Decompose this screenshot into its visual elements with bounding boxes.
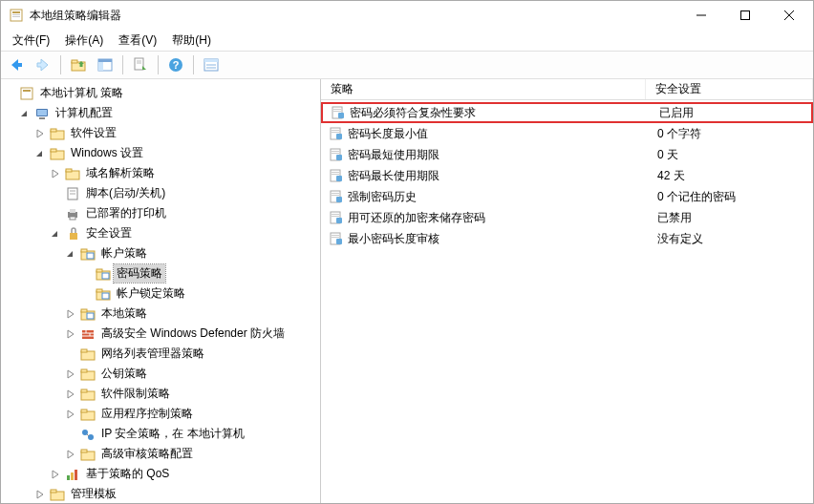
policy-item-icon [329,126,344,141]
svg-rect-28 [51,129,56,132]
tree-windows-settings[interactable]: Windows 设置 [1,143,320,163]
policy-value: 已禁用 [657,210,813,226]
tree-audit-config[interactable]: 高级审核策略配置 [1,444,320,464]
expander-closed[interactable] [64,307,77,321]
policy-name: 密码长度最小值 [348,126,657,142]
svg-rect-88 [332,172,339,173]
tree-security-settings[interactable]: 安全设置 [1,223,320,243]
tree-lockout-policy[interactable]: 帐户锁定策略 [1,284,320,304]
policy-row[interactable]: 最小密码长度审核没有定义 [321,228,813,249]
titlebar: 本地组策略编辑器 [1,1,813,30]
tree-qos[interactable]: 基于策略的 QoS [1,464,320,484]
up-button[interactable] [67,53,90,76]
expander-closed[interactable] [64,368,77,381]
menu-help[interactable]: 帮助(H) [164,31,219,51]
expander-closed[interactable] [64,388,77,401]
column-policy[interactable]: 策略 [321,79,646,99]
script-icon [65,186,80,201]
svg-rect-89 [332,174,339,175]
tree-label: 高级审核策略配置 [98,445,196,463]
maximize-button[interactable] [723,1,767,30]
export-list-button[interactable] [129,53,152,76]
tree-label: 高级安全 Windows Defender 防火墙 [98,325,288,343]
tree-label: 计算机配置 [53,104,116,122]
svg-rect-13 [135,58,143,70]
expander-open[interactable] [33,147,47,160]
policy-row[interactable]: 密码最长使用期限42 天 [321,165,813,186]
policy-row[interactable]: 用可还原的加密来储存密码已禁用 [321,207,813,228]
tree-public-key[interactable]: 公钥策略 [1,364,320,384]
back-button[interactable] [5,53,28,76]
tree-root[interactable]: 本地计算机 策略 [1,83,320,103]
filter-button[interactable] [200,53,223,76]
printer-icon [65,206,80,221]
svg-rect-100 [332,235,339,236]
svg-rect-60 [81,369,87,372]
folder-icon [50,487,65,502]
svg-rect-85 [332,153,339,154]
expander-closed[interactable] [33,488,47,501]
menu-action[interactable]: 操作(A) [57,31,111,51]
svg-rect-86 [336,155,342,160]
svg-rect-38 [70,217,75,220]
tree-local-policies[interactable]: 本地策略 [1,304,320,324]
svg-rect-71 [71,472,74,480]
tree-app-control[interactable]: 应用程序控制策略 [1,404,320,424]
expander-closed[interactable] [64,408,77,421]
svg-rect-102 [336,239,342,244]
tree-defender-firewall[interactable]: 高级安全 Windows Defender 防火墙 [1,324,320,344]
expander-closed[interactable] [64,327,77,341]
show-hide-tree-button[interactable] [94,53,117,76]
policy-name: 最小密码长度审核 [348,231,657,247]
policy-name: 密码最短使用期限 [348,147,657,163]
svg-rect-76 [333,109,341,110]
svg-rect-41 [81,249,87,252]
expander-open[interactable] [64,247,77,261]
expander-closed[interactable] [49,167,62,180]
policy-value: 0 天 [657,147,813,163]
tree-password-policy[interactable]: 密码策略 [1,263,320,284]
policy-row[interactable]: 强制密码历史0 个记住的密码 [321,186,813,207]
tree-label: 本地策略 [98,304,150,323]
menu-view[interactable]: 查看(V) [111,31,164,51]
minimize-button[interactable] [679,1,723,30]
policy-row[interactable]: 密码最短使用期限0 天 [321,144,813,165]
tree-ip-security[interactable]: IP 安全策略，在 本地计算机 [1,424,320,444]
expander-closed[interactable] [49,468,62,481]
policy-row[interactable]: 密码必须符合复杂性要求已启用 [321,102,813,123]
tree-label: 密码策略 [114,264,165,283]
expander-open[interactable] [18,107,32,120]
tree-admin-templates[interactable]: 管理模板 [1,484,320,503]
tree-software-settings[interactable]: 软件设置 [1,123,320,143]
tree-dns-policy[interactable]: 域名解析策略 [1,163,320,183]
policy-item-icon [329,189,344,204]
svg-rect-98 [336,218,342,223]
menubar: 文件(F) 操作(A) 查看(V) 帮助(H) [1,30,813,51]
tree-software-restriction[interactable]: 软件限制策略 [1,384,320,404]
tree-printers[interactable]: 已部署的打印机 [1,203,320,223]
expander-closed[interactable] [64,448,77,461]
expander-closed[interactable] [33,127,47,140]
close-button[interactable] [767,1,811,30]
help-button[interactable]: ? [164,53,187,76]
content-area: 本地计算机 策略 计算机配置 [1,79,813,503]
column-setting[interactable]: 安全设置 [646,79,813,99]
forward-button[interactable] [32,53,54,76]
tree-network-list[interactable]: 网络列表管理器策略 [1,344,320,364]
expander-open[interactable] [49,227,62,241]
tree-account-policies[interactable]: 帐户策略 [1,243,320,263]
tree-pane[interactable]: 本地计算机 策略 计算机配置 [1,79,321,503]
tree-computer-config[interactable]: 计算机配置 [1,103,320,123]
tree-scripts[interactable]: 脚本(启动/关机) [1,183,320,203]
policy-row[interactable]: 密码长度最小值0 个字符 [321,123,813,144]
tree-label: IP 安全策略，在 本地计算机 [98,425,247,443]
svg-rect-39 [70,233,77,240]
policy-item-icon [329,147,344,162]
tree-label: 基于策略的 QoS [83,465,172,483]
menu-file[interactable]: 文件(F) [5,31,57,51]
firewall-icon [80,326,96,342]
svg-point-66 [88,434,94,440]
svg-rect-42 [87,253,94,259]
policy-value: 0 个记住的密码 [657,189,813,205]
tree-label: 帐户锁定策略 [114,284,188,303]
